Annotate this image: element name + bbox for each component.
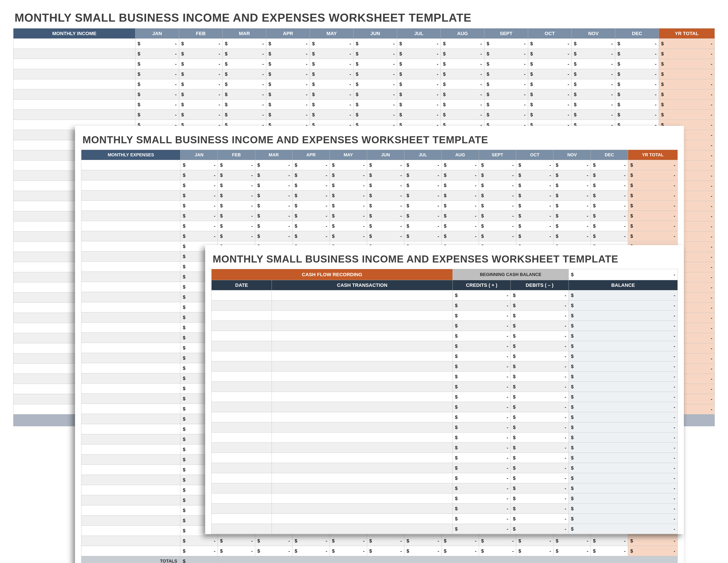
money-cell[interactable]: $- [453, 290, 511, 301]
money-cell[interactable]: $- [569, 412, 677, 422]
money-cell[interactable]: $- [453, 392, 511, 402]
money-cell[interactable]: $- [569, 382, 677, 392]
money-cell[interactable]: $- [441, 536, 479, 546]
money-cell[interactable]: $- [453, 311, 511, 321]
date-cell[interactable] [212, 351, 272, 362]
money-cell[interactable]: $- [511, 290, 569, 301]
money-cell[interactable]: $- [591, 170, 628, 180]
money-cell[interactable]: $- [554, 201, 591, 211]
money-cell[interactable]: $- [330, 190, 367, 201]
transaction-cell[interactable] [272, 504, 453, 514]
money-cell[interactable]: $- [441, 89, 484, 100]
money-cell[interactable]: $- [218, 211, 255, 221]
row-label-cell[interactable] [13, 69, 135, 79]
money-cell[interactable]: $- [591, 221, 628, 231]
transaction-cell[interactable] [272, 433, 453, 443]
money-cell[interactable]: $- [572, 100, 615, 110]
money-cell[interactable]: $- [255, 160, 292, 170]
money-cell[interactable]: $- [353, 59, 397, 69]
money-cell[interactable]: $- [516, 546, 553, 556]
money-cell[interactable]: $- [292, 160, 330, 170]
money-cell[interactable]: $- [628, 221, 678, 231]
money-cell[interactable]: $- [310, 110, 353, 120]
money-cell[interactable]: $- [441, 231, 479, 241]
money-cell[interactable]: $- [479, 201, 516, 211]
money-cell[interactable]: $- [591, 211, 628, 221]
money-cell[interactable]: $- [180, 546, 218, 556]
money-cell[interactable]: $- [511, 351, 569, 362]
money-cell[interactable]: $- [484, 89, 528, 100]
money-cell[interactable]: $- [180, 160, 218, 170]
money-cell[interactable]: $- [218, 190, 255, 201]
date-cell[interactable] [212, 422, 272, 433]
money-cell[interactable]: $- [441, 221, 479, 231]
money-cell[interactable]: $- [528, 49, 572, 59]
money-cell[interactable]: $- [223, 110, 266, 120]
money-cell[interactable]: $- [528, 110, 572, 120]
money-cell[interactable]: $- [330, 180, 367, 190]
money-cell[interactable]: $- [554, 546, 591, 556]
money-cell[interactable]: $- [135, 79, 179, 89]
money-cell[interactable]: $- [218, 231, 255, 241]
money-cell[interactable]: $- [528, 59, 572, 69]
money-cell[interactable]: $- [255, 211, 292, 221]
money-cell[interactable]: $- [404, 536, 441, 546]
money-cell[interactable]: $- [569, 331, 677, 341]
money-cell[interactable]: $- [353, 89, 397, 100]
row-label-cell[interactable] [81, 404, 180, 414]
money-cell[interactable]: $- [659, 110, 715, 120]
money-cell[interactable]: $- [479, 546, 516, 556]
money-cell[interactable]: $- [511, 422, 569, 433]
money-cell[interactable]: $- [441, 160, 479, 170]
money-cell[interactable]: $- [453, 301, 511, 311]
money-cell[interactable]: $- [554, 160, 591, 170]
transaction-cell[interactable] [272, 524, 453, 534]
transaction-cell[interactable] [272, 392, 453, 402]
money-cell[interactable]: $- [330, 536, 367, 546]
money-cell[interactable]: $- [404, 201, 441, 211]
money-cell[interactable]: $- [554, 536, 591, 546]
money-cell[interactable]: $- [292, 231, 330, 241]
money-cell[interactable]: $- [292, 221, 330, 231]
money-cell[interactable]: $- [569, 443, 677, 453]
row-label-cell[interactable] [13, 100, 135, 110]
row-label-cell[interactable] [81, 353, 180, 363]
money-cell[interactable]: $- [628, 180, 678, 190]
money-cell[interactable]: $- [266, 49, 310, 59]
money-cell[interactable]: $- [441, 110, 484, 120]
money-cell[interactable]: $- [453, 321, 511, 331]
money-cell[interactable]: $- [397, 100, 441, 110]
money-cell[interactable]: $- [397, 79, 441, 89]
date-cell[interactable] [212, 524, 272, 534]
money-cell[interactable]: $- [511, 372, 569, 382]
money-cell[interactable]: $- [554, 231, 591, 241]
money-cell[interactable]: $- [453, 422, 511, 433]
money-cell[interactable]: $- [569, 402, 677, 412]
money-cell[interactable]: $- [292, 211, 330, 221]
date-cell[interactable] [212, 372, 272, 382]
money-cell[interactable]: $- [292, 546, 330, 556]
money-cell[interactable]: $- [441, 180, 479, 190]
money-cell[interactable]: $- [353, 110, 397, 120]
money-cell[interactable]: $- [397, 110, 441, 120]
money-cell[interactable]: $- [569, 321, 677, 331]
money-cell[interactable]: $- [516, 231, 553, 241]
money-cell[interactable]: $- [367, 221, 404, 231]
money-cell[interactable]: $- [453, 341, 511, 351]
row-label-cell[interactable] [81, 211, 180, 221]
money-cell[interactable]: $- [516, 190, 553, 201]
money-cell[interactable]: $- [310, 59, 353, 69]
money-cell[interactable]: $- [615, 49, 659, 59]
money-cell[interactable]: $- [484, 49, 528, 59]
money-cell[interactable]: $- [453, 402, 511, 412]
money-cell[interactable]: $- [179, 39, 223, 49]
money-cell[interactable]: $- [572, 110, 615, 120]
money-cell[interactable]: $- [353, 100, 397, 110]
money-cell[interactable]: $- [511, 341, 569, 351]
row-label-cell[interactable] [81, 394, 180, 404]
money-cell[interactable]: $- [516, 160, 553, 170]
money-cell[interactable]: $- [180, 190, 218, 201]
date-cell[interactable] [212, 514, 272, 524]
money-cell[interactable]: $- [404, 546, 441, 556]
money-cell[interactable]: $- [179, 89, 223, 100]
